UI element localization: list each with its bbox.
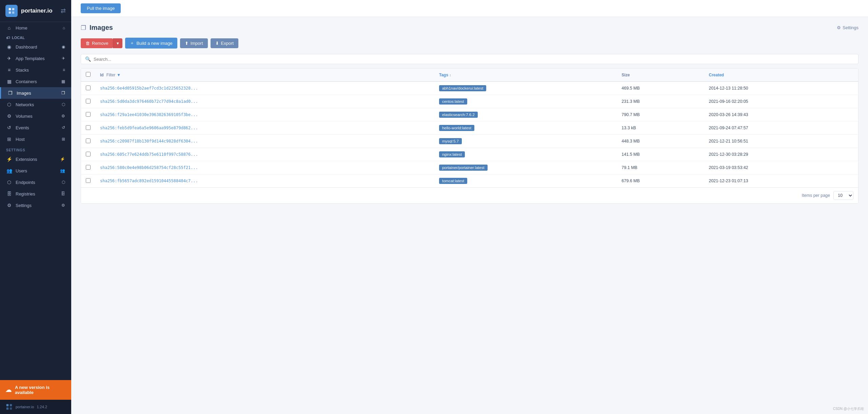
sidebar-item-home[interactable]: ⌂ Home ⌂ (0, 22, 71, 34)
size-column-header: Size (617, 69, 704, 81)
row-id-cell: sha256:5d0da3dc976460b72c77d94c8a1ad0... (95, 95, 434, 108)
sidebar-item-extensions[interactable]: ⚡ Extensions ⚡ (0, 153, 71, 165)
row-checkbox-cell (81, 174, 95, 188)
page-settings-link[interactable]: ⚙ Settings (837, 25, 859, 30)
watermark: CSDN @小七学爪哇 (833, 407, 864, 411)
row-id-link-4[interactable]: sha256:c20987f18b130f9d144c9828df6304... (100, 139, 198, 144)
row-id-link-7[interactable]: sha256:fb5657adc892ed15910445588404c7... (100, 178, 198, 183)
volumes-nav-icon: ⚙ (61, 114, 65, 118)
page-settings-label: Settings (843, 25, 859, 30)
networks-icon: ⬡ (6, 102, 12, 107)
sidebar-item-registries[interactable]: 🗄 Registries 🗄 (0, 188, 71, 200)
row-id-link-2[interactable]: sha256:f29a1ee41030e3963026369105f3be... (100, 112, 198, 117)
pull-image-button[interactable]: Pull the image (81, 3, 121, 13)
svg-rect-6 (6, 408, 8, 410)
row-checkbox-7[interactable] (86, 178, 91, 183)
remove-dropdown-button[interactable]: ▾ (113, 38, 122, 48)
row-created-cell: 2021-09-16 02:20:05 (704, 95, 858, 108)
sidebar-settings-label: Settings (16, 203, 32, 208)
sidebar-containers-label: Containers (16, 79, 37, 84)
content-area: ❐ Images ⚙ Settings 🗑 Remove ▾ ＋ Build a… (71, 17, 868, 414)
row-checkbox-1[interactable] (86, 99, 91, 104)
remove-button-group: 🗑 Remove ▾ (81, 38, 122, 48)
sidebar-item-home-label: Home (16, 25, 27, 31)
update-notice-banner[interactable]: ☁ A new version is available (0, 380, 71, 400)
row-size-cell: 231.3 MB (617, 95, 704, 108)
row-created-cell: 2021-12-21 10:56:51 (704, 135, 858, 148)
search-input[interactable] (94, 57, 195, 62)
sidebar-item-dashboard[interactable]: ◉ Dashboard ◉ (0, 41, 71, 53)
build-new-image-button[interactable]: ＋ Build a new image (125, 38, 177, 49)
sidebar-users-label: Users (16, 168, 27, 173)
sidebar-item-containers[interactable]: ▦ Containers ▦ (0, 76, 71, 87)
row-checkbox-cell (81, 161, 95, 174)
export-button[interactable]: ⬇ Export (211, 38, 239, 48)
networks-nav-icon: ⬡ (62, 102, 65, 107)
sidebar-item-images[interactable]: ❐ Images ❐ (0, 87, 71, 99)
sidebar-item-volumes[interactable]: ⚙ Volumes ⚙ (0, 110, 71, 122)
svg-rect-7 (10, 408, 12, 410)
items-per-page-select[interactable]: 10 25 50 100 (833, 191, 853, 200)
row-id-link-6[interactable]: sha256:580c0e4e98b06d258754cf28c55f21... (100, 165, 198, 170)
sidebar-item-endpoints[interactable]: ⬡ Endpoints ⬡ (0, 176, 71, 188)
row-checkbox-2[interactable] (86, 112, 91, 117)
row-id-link-1[interactable]: sha256:5d0da3dc976460b72c77d94c8a1ad0... (100, 99, 198, 104)
row-tag-cell: tomcat:latest (434, 174, 617, 188)
import-icon: ⬆ (185, 41, 189, 46)
row-checkbox-3[interactable] (86, 125, 91, 130)
sidebar-extensions-label: Extensions (16, 157, 37, 162)
table-row: sha256:c20987f18b130f9d144c9828df6304...… (81, 135, 858, 148)
endpoints-nav-icon: ⬡ (62, 180, 65, 185)
table-row: sha256:f29a1ee41030e3963026369105f3be...… (81, 108, 858, 121)
update-notice-text: A new version is available (15, 385, 66, 395)
sidebar-item-app-templates[interactable]: ✈ App Templates ✈ (0, 53, 71, 64)
row-id-cell: sha256:c20987f18b130f9d144c9828df6304... (95, 135, 434, 148)
search-bar: 🔍 (81, 54, 859, 64)
row-checkbox-6[interactable] (86, 165, 91, 170)
svg-rect-2 (9, 12, 11, 14)
sidebar-version-number: 1.24.2 (37, 405, 47, 409)
sidebar-item-networks[interactable]: ⬡ Networks ⬡ (0, 99, 71, 110)
images-table-container: Id Filter ▼ Tags ↕ Size (81, 68, 859, 204)
row-id-link-5[interactable]: sha256:605c77e624ddb75e6110f997c58876... (100, 152, 198, 157)
row-id-link-3[interactable]: sha256:feb5d9fea6a5e9606aa995e879d862... (100, 126, 198, 130)
row-created-cell: 2014-12-13 11:28:50 (704, 81, 858, 95)
sort-icon: ↕ (449, 73, 451, 77)
registries-nav-icon: 🗄 (61, 191, 65, 196)
sidebar-transfer-icon[interactable]: ⇄ (61, 7, 66, 15)
row-id-cell: sha256:605c77e624ddb75e6110f997c58876... (95, 148, 434, 161)
sidebar-item-users[interactable]: 👥 Users 👥 (0, 165, 71, 176)
row-size-cell: 141.5 MB (617, 148, 704, 161)
row-checkbox-0[interactable] (86, 86, 91, 90)
row-tag-badge-5: nginx:latest (439, 151, 465, 157)
containers-nav-icon: ▦ (61, 79, 65, 84)
select-all-checkbox[interactable] (86, 72, 91, 77)
row-size-cell: 469.5 MB (617, 81, 704, 95)
search-icon: 🔍 (85, 56, 91, 62)
events-nav-icon: ↺ (62, 125, 65, 130)
import-button[interactable]: ⬆ Import (180, 38, 208, 48)
sidebar-item-events[interactable]: ↺ Events ↺ (0, 122, 71, 133)
sidebar-env-section: 🏷 LOCAL (0, 34, 71, 41)
host-nav-icon: ⊞ (62, 137, 65, 142)
tags-column-header[interactable]: Tags ↕ (434, 69, 617, 81)
registries-icon: 🗄 (6, 191, 12, 196)
row-tag-badge-2: elasticsearch:7.6.2 (439, 112, 478, 118)
row-checkbox-4[interactable] (86, 138, 91, 143)
row-checkbox-5[interactable] (86, 152, 91, 156)
remove-button[interactable]: 🗑 Remove (81, 38, 113, 48)
table-row: sha256:580c0e4e98b06d258754cf28c55f21...… (81, 161, 858, 174)
select-all-header (81, 69, 95, 81)
row-size-cell: 13.3 kB (617, 121, 704, 135)
endpoints-icon: ⬡ (6, 180, 12, 185)
row-id-link-0[interactable]: sha256:6e4d05915b2aef7cd3c1d225652328... (100, 86, 198, 91)
row-checkbox-cell (81, 121, 95, 135)
update-cloud-icon: ☁ (5, 386, 12, 394)
sidebar-item-stacks[interactable]: ≡ Stacks ≡ (0, 64, 71, 76)
filter-icon: ▼ (117, 73, 121, 77)
extensions-nav-icon: ⚡ (60, 157, 65, 162)
sidebar-item-host[interactable]: ⊞ Host ⊞ (0, 133, 71, 145)
users-nav-icon: 👥 (60, 168, 65, 173)
row-id-cell: sha256:f29a1ee41030e3963026369105f3be... (95, 108, 434, 121)
sidebar-item-settings[interactable]: ⚙ Settings ⚙ (0, 200, 71, 211)
